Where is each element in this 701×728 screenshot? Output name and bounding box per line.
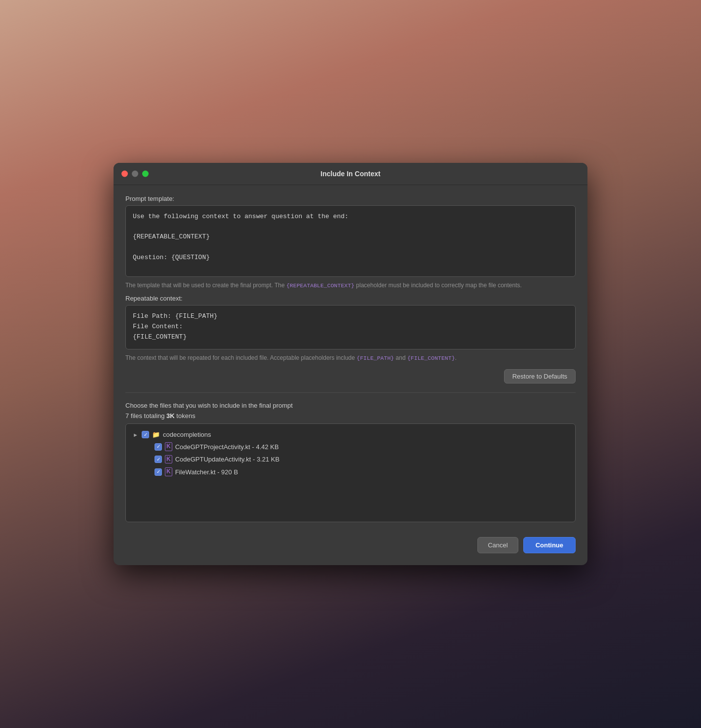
chevron-right-icon[interactable]: ► xyxy=(133,432,139,438)
file3-checkbox[interactable] xyxy=(155,468,162,476)
prompt-template-input[interactable]: Use the following context to answer ques… xyxy=(125,205,576,277)
summary-bold: 3K xyxy=(166,412,175,420)
kotlin-icon: K xyxy=(165,455,172,464)
divider xyxy=(125,392,576,393)
restore-defaults-button[interactable]: Restore to Defaults xyxy=(504,369,576,383)
folder-icon: 📁 xyxy=(152,431,160,438)
file3-name: FileWatcher.kt - 920 B xyxy=(175,468,238,476)
repeatable-context-input[interactable]: File Path: {FILE_PATH} File Content: {FI… xyxy=(125,305,576,349)
tree-row: K CodeGPTProjectActivity.kt - 4.42 KB xyxy=(133,440,568,453)
rep-desc-end: . xyxy=(455,354,457,361)
files-section: Choose the files that you wish to includ… xyxy=(125,402,576,522)
restore-row: Restore to Defaults xyxy=(125,369,576,383)
folder-name: codecompletions xyxy=(163,431,211,438)
file1-checkbox[interactable] xyxy=(155,443,162,451)
rep-desc-before: The context that will be repeated for ea… xyxy=(125,354,356,361)
continue-button[interactable]: Continue xyxy=(523,537,576,553)
footer-buttons: Cancel Continue xyxy=(125,533,576,553)
files-summary: 7 files totaling 3K tokens xyxy=(125,412,576,420)
repeatable-context-placeholder: {REPEATABLE_CONTEXT} xyxy=(286,282,354,289)
summary-prefix: 7 files totaling xyxy=(125,412,166,420)
file1-name: CodeGPTProjectActivity.kt - 4.42 KB xyxy=(175,443,279,451)
titlebar: Include In Context xyxy=(114,163,587,185)
tree-row: K FileWatcher.kt - 920 B xyxy=(133,465,568,478)
rep-desc-mid: and xyxy=(394,354,407,361)
kotlin-icon: K xyxy=(165,467,172,476)
prompt-template-section: Prompt template: Use the following conte… xyxy=(125,195,576,290)
kotlin-icon: K xyxy=(165,442,172,451)
dialog-title: Include In Context xyxy=(320,170,380,178)
prompt-template-label: Prompt template: xyxy=(125,195,576,202)
prompt-desc-after: placeholder must be included to correctl… xyxy=(354,282,522,289)
dialog: Include In Context Prompt template: Use … xyxy=(114,163,587,566)
summary-suffix: tokens xyxy=(175,412,195,420)
tree-row: K CodeGPTUpdateActivity.kt - 3.21 KB xyxy=(133,453,568,466)
maximize-button[interactable] xyxy=(142,170,149,177)
cancel-button[interactable]: Cancel xyxy=(477,537,518,553)
minimize-button[interactable] xyxy=(132,170,138,177)
prompt-template-description: The template that will be used to create… xyxy=(125,281,576,290)
file-path-placeholder: {FILE_PATH} xyxy=(356,355,394,361)
repeatable-context-description: The context that will be repeated for ea… xyxy=(125,353,576,362)
folder-checkbox[interactable] xyxy=(142,431,149,438)
dialog-content: Prompt template: Use the following conte… xyxy=(114,185,587,566)
file2-name: CodeGPTUpdateActivity.kt - 3.21 KB xyxy=(175,456,279,463)
close-button[interactable] xyxy=(121,170,128,177)
file2-checkbox[interactable] xyxy=(155,456,162,463)
file-tree: ► 📁 codecompletions K CodeGPTProjectActi… xyxy=(125,423,576,522)
choose-files-label: Choose the files that you wish to includ… xyxy=(125,402,576,409)
file-content-placeholder: {FILE_CONTENT} xyxy=(407,355,455,361)
prompt-desc-before: The template that will be used to create… xyxy=(125,282,286,289)
repeatable-context-label: Repeatable context: xyxy=(125,295,576,302)
tree-row: ► 📁 codecompletions xyxy=(133,429,568,440)
repeatable-context-section: Repeatable context: File Path: {FILE_PAT… xyxy=(125,295,576,362)
traffic-lights xyxy=(121,170,149,177)
